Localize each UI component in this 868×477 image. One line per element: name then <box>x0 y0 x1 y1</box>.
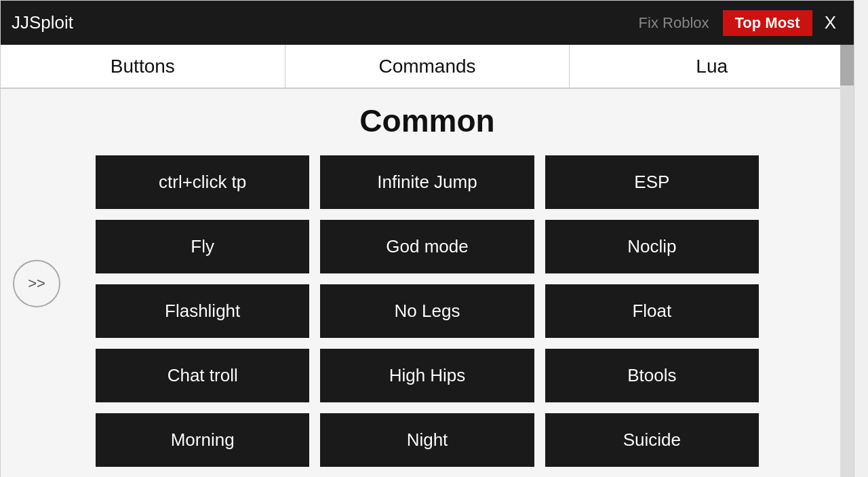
tab-bar: Buttons Commands Lua <box>1 45 854 89</box>
command-button-8[interactable]: Float <box>545 284 759 338</box>
command-button-6[interactable]: Flashlight <box>96 284 309 338</box>
command-button-14[interactable]: Suicide <box>545 413 759 467</box>
command-button-10[interactable]: High Hips <box>320 349 534 402</box>
section-heading: Common <box>96 102 759 139</box>
command-button-0[interactable]: ctrl+click tp <box>96 155 309 209</box>
command-button-4[interactable]: God mode <box>320 220 534 273</box>
button-grid: ctrl+click tpInfinite JumpESPFlyGod mode… <box>96 155 759 467</box>
scrollbar[interactable] <box>840 45 854 477</box>
tab-buttons[interactable]: Buttons <box>1 45 285 88</box>
command-button-3[interactable]: Fly <box>96 220 309 273</box>
nav-arrow-button[interactable]: >> <box>13 260 60 307</box>
top-most-button[interactable]: Top Most <box>723 10 812 36</box>
app-window: JJSploit Fix Roblox Top Most X Buttons C… <box>0 0 854 477</box>
close-button[interactable]: X <box>818 9 843 36</box>
command-button-2[interactable]: ESP <box>545 155 759 209</box>
command-button-5[interactable]: Noclip <box>545 220 759 273</box>
app-title: JJSploit <box>12 12 73 33</box>
scrollbar-thumb[interactable] <box>840 45 854 85</box>
content-area: >> Common ctrl+click tpInfinite JumpESPF… <box>1 89 854 477</box>
title-bar: JJSploit Fix Roblox Top Most X <box>1 1 854 45</box>
title-bar-right: Fix Roblox Top Most X <box>631 9 843 36</box>
tab-commands[interactable]: Commands <box>285 45 570 88</box>
fix-roblox-button[interactable]: Fix Roblox <box>631 12 717 35</box>
tab-lua[interactable]: Lua <box>570 45 854 88</box>
command-button-1[interactable]: Infinite Jump <box>320 155 534 209</box>
command-button-9[interactable]: Chat troll <box>96 349 309 402</box>
command-button-11[interactable]: Btools <box>545 349 759 402</box>
command-button-7[interactable]: No Legs <box>320 284 534 338</box>
command-button-13[interactable]: Night <box>320 413 534 467</box>
command-button-12[interactable]: Morning <box>96 413 309 467</box>
